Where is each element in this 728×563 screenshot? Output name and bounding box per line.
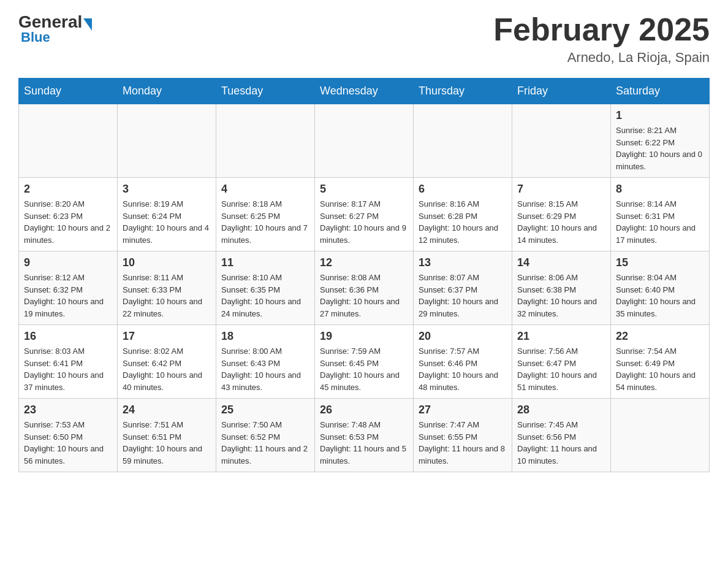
day-number: 5 <box>320 183 408 196</box>
day-info: Sunrise: 7:45 AM Sunset: 6:56 PM Dayligh… <box>517 419 605 467</box>
calendar-cell: 22Sunrise: 7:54 AM Sunset: 6:49 PM Dayli… <box>611 325 710 399</box>
calendar-cell: 8Sunrise: 8:14 AM Sunset: 6:31 PM Daylig… <box>611 178 710 251</box>
location-label: Arnedo, La Rioja, Spain <box>493 50 710 66</box>
calendar-cell: 21Sunrise: 7:56 AM Sunset: 6:47 PM Dayli… <box>512 325 611 399</box>
day-number: 19 <box>320 330 408 343</box>
day-info: Sunrise: 8:07 AM Sunset: 6:37 PM Dayligh… <box>419 272 507 320</box>
calendar-cell: 16Sunrise: 8:03 AM Sunset: 6:41 PM Dayli… <box>19 325 118 399</box>
calendar-cell: 3Sunrise: 8:19 AM Sunset: 6:24 PM Daylig… <box>118 178 216 251</box>
calendar-cell: 4Sunrise: 8:18 AM Sunset: 6:25 PM Daylig… <box>216 178 315 251</box>
calendar-cell: 10Sunrise: 8:11 AM Sunset: 6:33 PM Dayli… <box>118 251 216 325</box>
day-info: Sunrise: 7:51 AM Sunset: 6:51 PM Dayligh… <box>123 419 211 467</box>
day-info: Sunrise: 7:47 AM Sunset: 6:55 PM Dayligh… <box>419 419 507 467</box>
day-info: Sunrise: 8:11 AM Sunset: 6:33 PM Dayligh… <box>123 272 211 320</box>
calendar-cell: 25Sunrise: 7:50 AM Sunset: 6:52 PM Dayli… <box>216 399 315 472</box>
day-info: Sunrise: 8:15 AM Sunset: 6:29 PM Dayligh… <box>517 198 605 246</box>
day-number: 12 <box>320 256 408 269</box>
header-wednesday: Wednesday <box>315 79 414 104</box>
day-number: 27 <box>419 404 507 416</box>
day-info: Sunrise: 8:12 AM Sunset: 6:32 PM Dayligh… <box>24 272 112 320</box>
day-info: Sunrise: 8:03 AM Sunset: 6:41 PM Dayligh… <box>24 345 112 393</box>
page-header: General Blue February 2025 Arnedo, La Ri… <box>18 12 710 66</box>
calendar-cell: 15Sunrise: 8:04 AM Sunset: 6:40 PM Dayli… <box>611 251 710 325</box>
header-saturday: Saturday <box>611 79 710 104</box>
day-number: 24 <box>123 404 211 416</box>
day-number: 22 <box>616 330 704 343</box>
day-number: 21 <box>517 330 605 343</box>
calendar-cell: 7Sunrise: 8:15 AM Sunset: 6:29 PM Daylig… <box>512 178 611 251</box>
calendar-cell <box>315 104 414 178</box>
day-number: 20 <box>419 330 507 343</box>
calendar-cell <box>414 104 512 178</box>
day-info: Sunrise: 8:14 AM Sunset: 6:31 PM Dayligh… <box>616 198 704 246</box>
day-number: 25 <box>221 404 309 416</box>
day-number: 11 <box>221 256 309 269</box>
calendar-cell: 27Sunrise: 7:47 AM Sunset: 6:55 PM Dayli… <box>414 399 512 472</box>
day-number: 9 <box>24 256 112 269</box>
calendar-cell: 28Sunrise: 7:45 AM Sunset: 6:56 PM Dayli… <box>512 399 611 472</box>
day-info: Sunrise: 8:17 AM Sunset: 6:27 PM Dayligh… <box>320 198 408 246</box>
day-info: Sunrise: 8:21 AM Sunset: 6:22 PM Dayligh… <box>616 124 704 172</box>
day-number: 17 <box>123 330 211 343</box>
day-number: 15 <box>616 256 704 269</box>
day-info: Sunrise: 8:04 AM Sunset: 6:40 PM Dayligh… <box>616 272 704 320</box>
day-number: 8 <box>616 183 704 196</box>
calendar-cell: 9Sunrise: 8:12 AM Sunset: 6:32 PM Daylig… <box>19 251 118 325</box>
day-info: Sunrise: 7:54 AM Sunset: 6:49 PM Dayligh… <box>616 345 704 393</box>
calendar-cell: 5Sunrise: 8:17 AM Sunset: 6:27 PM Daylig… <box>315 178 414 251</box>
day-number: 16 <box>24 330 112 343</box>
day-info: Sunrise: 8:20 AM Sunset: 6:23 PM Dayligh… <box>24 198 112 246</box>
calendar-cell: 20Sunrise: 7:57 AM Sunset: 6:46 PM Dayli… <box>414 325 512 399</box>
calendar-cell <box>118 104 216 178</box>
day-info: Sunrise: 8:02 AM Sunset: 6:42 PM Dayligh… <box>123 345 211 393</box>
day-info: Sunrise: 7:57 AM Sunset: 6:46 PM Dayligh… <box>419 345 507 393</box>
calendar-cell: 23Sunrise: 7:53 AM Sunset: 6:50 PM Dayli… <box>19 399 118 472</box>
logo-arrow-icon <box>83 18 92 31</box>
month-title: February 2025 <box>493 12 710 47</box>
day-info: Sunrise: 8:10 AM Sunset: 6:35 PM Dayligh… <box>221 272 309 320</box>
day-info: Sunrise: 7:53 AM Sunset: 6:50 PM Dayligh… <box>24 419 112 467</box>
day-number: 18 <box>221 330 309 343</box>
day-number: 7 <box>517 183 605 196</box>
calendar-table: Sunday Monday Tuesday Wednesday Thursday… <box>18 78 710 472</box>
day-number: 3 <box>123 183 211 196</box>
calendar-cell <box>216 104 315 178</box>
day-number: 6 <box>419 183 507 196</box>
day-number: 13 <box>419 256 507 269</box>
calendar-cell: 1Sunrise: 8:21 AM Sunset: 6:22 PM Daylig… <box>611 104 710 178</box>
calendar-week-row: 2Sunrise: 8:20 AM Sunset: 6:23 PM Daylig… <box>19 178 710 251</box>
day-info: Sunrise: 7:59 AM Sunset: 6:45 PM Dayligh… <box>320 345 408 393</box>
day-info: Sunrise: 8:19 AM Sunset: 6:24 PM Dayligh… <box>123 198 211 246</box>
header-thursday: Thursday <box>414 79 512 104</box>
day-info: Sunrise: 8:08 AM Sunset: 6:36 PM Dayligh… <box>320 272 408 320</box>
day-number: 23 <box>24 404 112 416</box>
calendar-cell: 13Sunrise: 8:07 AM Sunset: 6:37 PM Dayli… <box>414 251 512 325</box>
day-number: 1 <box>616 109 704 122</box>
calendar-cell: 26Sunrise: 7:48 AM Sunset: 6:53 PM Dayli… <box>315 399 414 472</box>
calendar-cell: 2Sunrise: 8:20 AM Sunset: 6:23 PM Daylig… <box>19 178 118 251</box>
day-info: Sunrise: 8:16 AM Sunset: 6:28 PM Dayligh… <box>419 198 507 246</box>
day-number: 2 <box>24 183 112 196</box>
day-number: 26 <box>320 404 408 416</box>
calendar-cell: 19Sunrise: 7:59 AM Sunset: 6:45 PM Dayli… <box>315 325 414 399</box>
day-number: 28 <box>517 404 605 416</box>
day-number: 14 <box>517 256 605 269</box>
logo-blue-text: Blue <box>21 29 50 45</box>
day-info: Sunrise: 8:00 AM Sunset: 6:43 PM Dayligh… <box>221 345 309 393</box>
calendar-week-row: 9Sunrise: 8:12 AM Sunset: 6:32 PM Daylig… <box>19 251 710 325</box>
header-sunday: Sunday <box>19 79 118 104</box>
calendar-cell <box>512 104 611 178</box>
day-info: Sunrise: 7:50 AM Sunset: 6:52 PM Dayligh… <box>221 419 309 467</box>
weekday-header-row: Sunday Monday Tuesday Wednesday Thursday… <box>19 79 710 104</box>
calendar-cell: 12Sunrise: 8:08 AM Sunset: 6:36 PM Dayli… <box>315 251 414 325</box>
day-number: 10 <box>123 256 211 269</box>
calendar-cell: 14Sunrise: 8:06 AM Sunset: 6:38 PM Dayli… <box>512 251 611 325</box>
header-tuesday: Tuesday <box>216 79 315 104</box>
calendar-week-row: 1Sunrise: 8:21 AM Sunset: 6:22 PM Daylig… <box>19 104 710 178</box>
calendar-cell <box>611 399 710 472</box>
day-info: Sunrise: 8:18 AM Sunset: 6:25 PM Dayligh… <box>221 198 309 246</box>
logo: General Blue <box>18 12 93 45</box>
header-monday: Monday <box>118 79 216 104</box>
calendar-week-row: 23Sunrise: 7:53 AM Sunset: 6:50 PM Dayli… <box>19 399 710 472</box>
calendar-cell: 11Sunrise: 8:10 AM Sunset: 6:35 PM Dayli… <box>216 251 315 325</box>
